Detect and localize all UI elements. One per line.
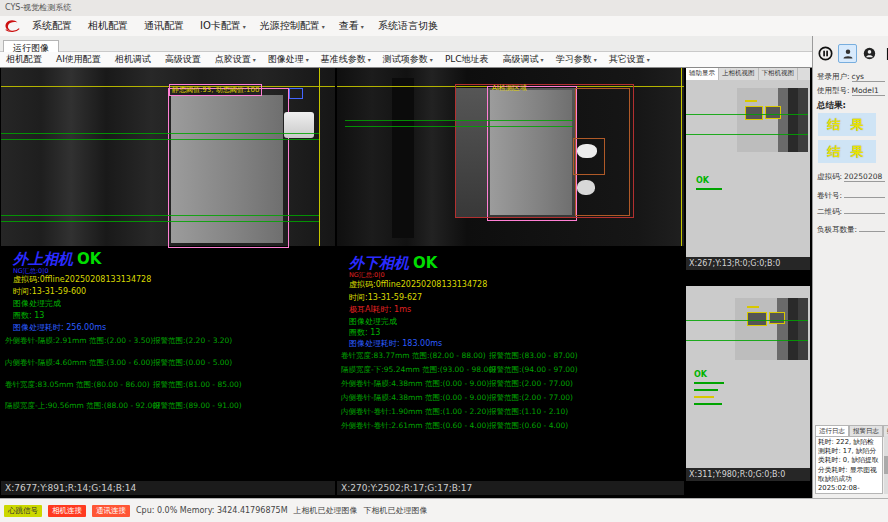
measure-line — [1, 139, 319, 140]
image-tab-strip: 运行图像 — [0, 36, 812, 52]
process-time: 图像处理耗时: 256.00ms — [13, 322, 106, 333]
camera-stage: 静态阈值:93, 动态阈值:100 外上相机OK NG汇总:0|0 虚拟码:0f… — [0, 68, 812, 498]
result-box-upper: 结 果 — [818, 113, 876, 136]
tool-advanced-settings[interactable]: 高级设置 — [159, 53, 209, 66]
log-text-area[interactable]: 耗时: 222, 缺陷检测耗时: 17, 缺陷分类耗时: 0, 缺陷提取分类耗时… — [815, 436, 883, 494]
qrcode-field: 二维码: — [817, 204, 885, 217]
virtual-code-value[interactable]: 20250208 — [844, 172, 885, 182]
tool-test-params[interactable]: 测试项参数▾ — [377, 53, 439, 66]
ok-status: OK — [77, 250, 101, 268]
virtual-code-label: 虚拟码: — [817, 172, 842, 182]
measure-row: 卷针宽度:83.05mm 范围:(80.00 - 86.00)报警范围:(81.… — [5, 380, 333, 390]
log-scrollbar-thumb[interactable] — [884, 456, 888, 474]
cpu-memory-text: Cpu: 0.0% Memory: 3424.41796875M — [136, 506, 288, 515]
process-done: 图像处理完成 — [349, 316, 397, 327]
pause-button[interactable] — [816, 44, 835, 63]
log-scrollbar[interactable] — [884, 436, 888, 494]
aux-result-dash — [696, 188, 722, 190]
menu-item-view[interactable]: 查看▾ — [332, 18, 371, 34]
pixel-coordinates: X:270;Y:2502;R:17;G:17;B:17 — [337, 481, 684, 495]
menu-item-io-config[interactable]: IO卡配置▾ — [193, 18, 253, 34]
threshold-label: 静态阈值:93, 动态阈值:100 — [169, 84, 262, 96]
measure-row: 外侧卷针-隔膜:4.38mm 范围:(0.00 - 9.00)报警范围:(2.0… — [341, 379, 682, 389]
model-label: 使用型号: — [817, 86, 850, 96]
qrcode-value[interactable] — [844, 204, 885, 214]
edge-line — [681, 68, 682, 246]
corner-photo — [735, 298, 808, 360]
tool-baseline-params[interactable]: 基准线参数▾ — [315, 53, 377, 66]
aux-view-tabs: 辅助显示 上相机视图 下相机视图 — [686, 68, 810, 80]
heartbeat-badge: 心跳信号 — [4, 505, 42, 517]
tab-marker-box — [765, 106, 781, 119]
status-bar: 心跳信号 相机连接 通讯连接 Cpu: 0.0% Memory: 3424.41… — [0, 498, 888, 522]
measure-row: 外侧卷针-卷针:2.61mm 范围:(0.60 - 4.00)报警范围:(0.6… — [341, 421, 682, 431]
aux-result-dash — [694, 389, 718, 391]
tool-camera-debug[interactable]: 相机调试 — [109, 53, 159, 66]
comm-link-badge: 通讯连接 — [92, 505, 130, 517]
lower-camera-image: AI检测区域 — [337, 68, 684, 246]
logout-button[interactable] — [882, 44, 888, 63]
menu-item-camera-config[interactable]: 相机配置 — [81, 18, 137, 34]
machinery-post — [392, 78, 414, 238]
tool-ai-config[interactable]: AI使用配置 — [50, 53, 109, 66]
measure-line — [1, 221, 319, 222]
ai-detect-region — [455, 84, 634, 218]
measure-line — [345, 126, 573, 127]
login-user-value[interactable]: cys — [852, 72, 885, 82]
neg-tab-count-value[interactable] — [859, 222, 885, 232]
measure-line — [345, 120, 573, 121]
model-value[interactable]: Model1 — [852, 86, 885, 96]
lower-camera-panel[interactable]: AI检测区域 外下相机OK NG汇总:0|0 虚拟码:0ffline202502… — [337, 68, 684, 495]
menu-item-system-config[interactable]: 系统配置 — [25, 18, 81, 34]
aux-tab-lower-view[interactable]: 下相机视图 — [759, 68, 799, 80]
user-icon — [842, 48, 854, 60]
aux-view-bottom[interactable]: OK X:311;Y:980;R:0;G:0;B:0 — [686, 286, 810, 481]
measure-line — [1, 215, 319, 216]
aux-result-dash — [694, 382, 724, 384]
aux-result-dash — [694, 396, 714, 398]
tool-dispense-settings[interactable]: 点胶设置▾ — [209, 53, 262, 66]
measure-line — [686, 340, 808, 341]
tool-camera-config[interactable]: 相机配置 — [0, 53, 50, 66]
control-sidebar: 登录用户: cys 使用型号: Model1 总结果: 结 果 结 果 虚拟码:… — [812, 36, 888, 498]
aux-tab-assist[interactable]: 辅助显示 — [686, 68, 719, 80]
aux-result-dash — [694, 403, 722, 405]
login-user-label: 登录用户: — [817, 72, 850, 82]
user-login-button[interactable] — [838, 44, 857, 63]
function-toolbar: 相机配置 AI使用配置 相机调试 高级设置 点胶设置▾ 图像处理▾ 基准线参数▾… — [0, 52, 812, 68]
menu-bar: 系统配置 相机配置 通讯配置 IO卡配置▾ 光源控制配置▾ 查看▾ 系统语言切换 — [0, 16, 888, 36]
needle-no-value[interactable] — [844, 188, 885, 198]
upper-camera-panel[interactable]: 静态阈值:93, 动态阈值:100 外上相机OK NG汇总:0|0 虚拟码:0f… — [1, 68, 335, 495]
corner-photo — [737, 88, 808, 152]
edge-line — [319, 68, 320, 246]
app-window: CYS-视觉检测系统 系统配置 相机配置 通讯配置 IO卡配置▾ 光源控制配置▾… — [0, 0, 888, 522]
process-done: 图像处理完成 — [13, 298, 61, 309]
aux-tab-upper-view[interactable]: 上相机视图 — [719, 68, 759, 80]
menu-item-comm-config[interactable]: 通讯配置 — [137, 18, 193, 34]
menu-item-light-config[interactable]: 光源控制配置▾ — [253, 18, 332, 34]
tool-other-settings[interactable]: 其它设置▾ — [603, 53, 656, 66]
marker-label-dash — [747, 306, 759, 308]
process-time: 图像处理耗时: 183.00ms — [349, 338, 442, 349]
tool-image-processing[interactable]: 图像处理▾ — [262, 53, 315, 66]
menu-item-language-switch[interactable]: 系统语言切换 — [371, 18, 447, 34]
login-user-field: 登录用户: cys — [817, 72, 885, 82]
total-result-label: 总结果: — [817, 100, 846, 112]
aux-view-top[interactable]: OK X:267;Y:13;R:0;G:0;B:0 — [686, 80, 810, 270]
tool-advanced-debug[interactable]: 高级调试▾ — [497, 53, 550, 66]
pixel-coordinates: X:267;Y:13;R:0;G:0;B:0 — [686, 257, 810, 270]
tool-learning-params[interactable]: 学习参数▾ — [550, 53, 603, 66]
aux-view-column: 辅助显示 上相机视图 下相机视图 OK X:267;Y:13;R:0;G:0;B… — [686, 68, 810, 495]
upper-camera-status-text: 上相机已处理图像 — [294, 505, 358, 516]
measure-line — [1, 133, 319, 134]
lower-camera-status-text: 下相机已处理图像 — [364, 505, 428, 516]
ok-status: OK — [413, 254, 437, 272]
measure-row: 隔膜宽度-上:90.56mm 范围:(88.00 - 92.00)报警范围:(8… — [5, 401, 333, 411]
user-manage-button[interactable] — [860, 44, 879, 63]
measure-row: 内侧卷针-隔膜:4.60mm 范围:(3.00 - 6.00)报警范围:(0.0… — [5, 358, 333, 368]
tool-plc-address-table[interactable]: PLC地址表 — [439, 53, 497, 66]
virtual-code: 虚拟码:0ffline20250208133134728 — [349, 279, 487, 290]
marker-label-dash — [745, 100, 757, 102]
tab-marker-box — [745, 106, 763, 120]
camera-link-badge: 相机连接 — [48, 505, 86, 517]
